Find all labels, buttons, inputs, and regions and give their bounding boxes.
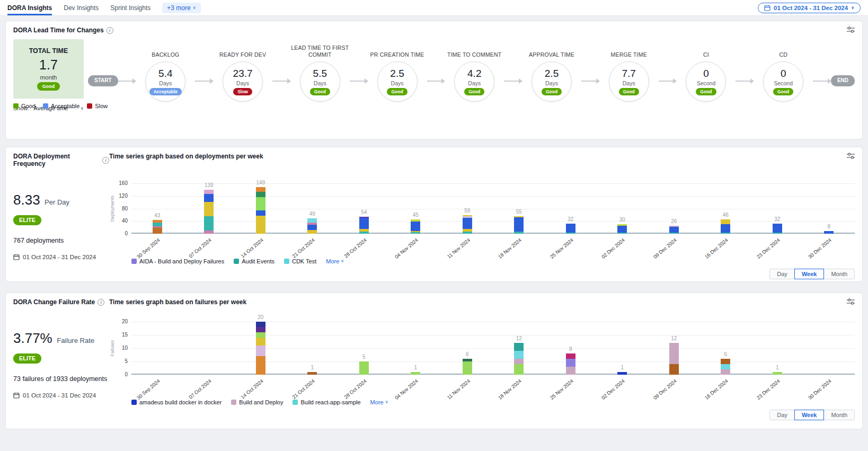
chevron-down-icon: ∨ xyxy=(851,6,854,10)
settings-sliders-icon[interactable] xyxy=(847,298,855,305)
calendar-icon xyxy=(764,5,770,11)
bar-09-dec-2024[interactable]: 26 xyxy=(648,226,700,234)
bar-02-dec-2024[interactable]: 30 xyxy=(597,224,649,234)
bar-segment xyxy=(256,197,265,210)
bar-value-label: 8 xyxy=(816,224,842,229)
legend-item: Build react-app-sample xyxy=(293,399,360,405)
bar-segment xyxy=(514,343,524,351)
bar-16-dec-2024[interactable]: 6 xyxy=(700,359,752,375)
y-tick-label: 80 xyxy=(122,206,128,211)
tab-dora-insights[interactable]: DORA Insights xyxy=(7,0,52,15)
more-tabs-button[interactable]: +3 more ∨ xyxy=(162,3,200,13)
x-tick-label: 28 Oct 2024 xyxy=(338,375,390,399)
bar-value-label: 32 xyxy=(764,216,791,222)
stage-badge: Good xyxy=(696,88,716,95)
bar-segment xyxy=(204,190,214,193)
bar-16-dec-2024[interactable]: 46 xyxy=(700,219,752,234)
bar-14-oct-2024[interactable]: 149 xyxy=(235,187,287,234)
bar-segment xyxy=(514,359,524,364)
stage-badge: Good xyxy=(542,88,562,95)
x-axis: 30 Sep 202407 Oct 202414 Oct 202421 Oct … xyxy=(109,375,855,399)
legend-swatch xyxy=(87,103,92,109)
x-tick-label: 02 Dec 2024 xyxy=(597,234,649,258)
flow-arrow xyxy=(118,81,136,82)
bar-value-label: 45 xyxy=(402,212,429,218)
stage-circle[interactable]: 2.5 Days Good xyxy=(532,61,572,102)
bar-11-nov-2024[interactable]: 6 xyxy=(441,359,493,375)
bar-11-nov-2024[interactable]: 59 xyxy=(441,215,493,234)
x-axis: 30 Sep 202407 Oct 202414 Oct 202421 Oct … xyxy=(109,234,855,258)
bar-value-label: 54 xyxy=(351,209,377,215)
flow-arrow xyxy=(272,81,290,82)
y-tick-label: 5 xyxy=(125,358,128,364)
stage-circle[interactable]: 4.2 Days Good xyxy=(454,61,494,102)
x-tick-label: 23 Dec 2024 xyxy=(751,375,803,399)
y-axis: 05101520 xyxy=(116,322,131,375)
toggle-month[interactable]: Month xyxy=(823,410,855,420)
bar-segment xyxy=(256,332,265,338)
bar-segment xyxy=(721,224,730,232)
bar-value-label: 1 xyxy=(402,365,429,370)
bar-18-nov-2024[interactable]: 55 xyxy=(493,216,545,234)
bar-23-dec-2024[interactable]: 32 xyxy=(751,224,803,234)
info-icon[interactable] xyxy=(98,299,104,306)
x-tick-label: 04 Nov 2024 xyxy=(390,234,442,258)
stage-circle[interactable]: 5.5 Days Good xyxy=(300,61,340,102)
bar-04-nov-2024[interactable]: 45 xyxy=(390,219,442,234)
bar-value-label: 12 xyxy=(506,335,532,341)
bar-14-oct-2024[interactable]: 20 xyxy=(235,322,287,375)
bar-18-nov-2024[interactable]: 12 xyxy=(493,343,545,375)
bar-07-oct-2024[interactable]: 139 xyxy=(183,190,235,234)
bar-value-label: 26 xyxy=(661,218,687,224)
failure-chart-legend: amadeus build docker in docker Build and… xyxy=(131,399,855,405)
toggle-day[interactable]: Day xyxy=(769,410,795,420)
legend-more-button[interactable]: More∨ xyxy=(326,258,344,264)
bar-value-label: 139 xyxy=(196,182,222,188)
toggle-week[interactable]: Week xyxy=(794,410,825,420)
bar-25-nov-2024[interactable]: 8 xyxy=(545,353,597,375)
stage-circle[interactable]: 23.7 Days Slow xyxy=(223,61,263,102)
bar-segment xyxy=(307,225,317,230)
stage-circle[interactable]: 2.5 Days Good xyxy=(377,61,418,102)
bar-value-label: 43 xyxy=(144,213,171,218)
settings-sliders-icon[interactable] xyxy=(847,26,855,33)
toggle-day[interactable]: Day xyxy=(769,269,795,279)
stage-badge: Good xyxy=(310,88,330,95)
tab-sprint-insights[interactable]: Sprint Insights xyxy=(110,0,150,15)
info-icon[interactable] xyxy=(102,157,109,164)
bar-value-label: 49 xyxy=(299,211,325,217)
stage-time-to-comment: TIME TO COMMENT 4.2 Days Good xyxy=(445,39,504,111)
stage-circle[interactable]: 0 Second Good xyxy=(763,61,803,102)
bar-28-oct-2024[interactable]: 54 xyxy=(338,217,390,234)
stage-circle[interactable]: 7.7 Days Good xyxy=(609,61,649,102)
y-tick-label: 0 xyxy=(125,231,128,236)
plot-area: 20151612811261 xyxy=(131,322,855,375)
chevron-down-icon: ∨ xyxy=(193,6,196,10)
bar-25-nov-2024[interactable]: 32 xyxy=(545,224,597,234)
settings-sliders-icon[interactable] xyxy=(847,153,855,159)
stage-circle[interactable]: 5.4 Days Acceptable xyxy=(145,61,185,102)
chevron-down-icon: ∨ xyxy=(385,400,388,404)
bar-segment xyxy=(669,343,679,364)
stage-lead-time-to-first-commit: LEAD TIME TO FIRST COMMIT 5.5 Days Good xyxy=(290,39,350,111)
legend-more-button[interactable]: More∨ xyxy=(370,399,388,405)
bar-segment xyxy=(256,192,265,197)
bar-09-dec-2024[interactable]: 12 xyxy=(648,343,700,375)
stage-circle[interactable]: 0 Second Good xyxy=(686,61,726,102)
bar-30-sep-2024[interactable]: 43 xyxy=(131,220,183,234)
start-pill: START xyxy=(88,75,118,86)
toggle-month[interactable]: Month xyxy=(823,269,855,279)
stage-badge: Acceptable xyxy=(149,88,182,95)
toggle-week[interactable]: Week xyxy=(794,269,825,279)
bar-segment xyxy=(256,356,265,375)
flow-arrow xyxy=(504,81,522,82)
date-range-picker[interactable]: 01 Oct 2024 - 31 Dec 2024 ∨ xyxy=(758,3,861,13)
bar-28-oct-2024[interactable]: 5 xyxy=(338,361,390,375)
bar-21-oct-2024[interactable]: 49 xyxy=(287,218,339,234)
x-tick-label: 21 Oct 2024 xyxy=(287,234,339,258)
bar-segment xyxy=(566,367,575,375)
info-icon[interactable] xyxy=(107,27,113,34)
legend-item: Build and Deploy xyxy=(231,399,283,405)
chevron-down-icon: ∨ xyxy=(341,259,344,263)
tab-dev-insights[interactable]: Dev Insights xyxy=(64,0,99,15)
